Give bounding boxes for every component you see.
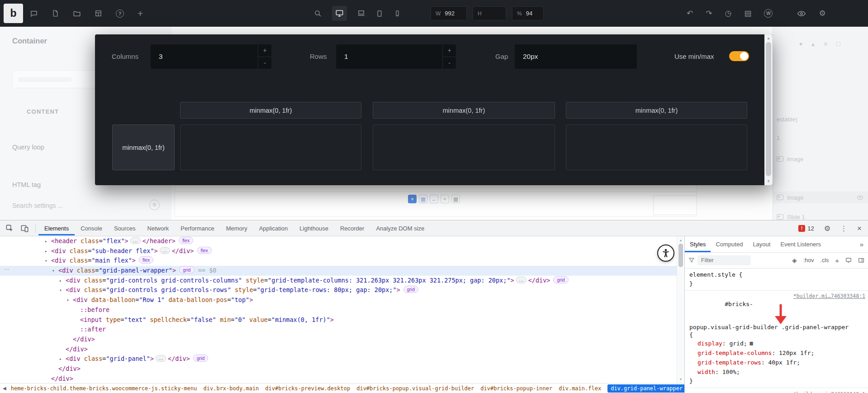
add-element-icon[interactable]: + xyxy=(441,195,449,203)
add-icon[interactable]: + xyxy=(138,9,143,18)
dom-tree-node[interactable]: ▾<div class="grid-controls grid-controls… xyxy=(0,285,677,295)
breadcrumb-item[interactable]: div#bricks-popup.visual-grid-builder xyxy=(356,385,474,392)
styles-filter-input[interactable] xyxy=(697,255,751,265)
rows-input[interactable] xyxy=(336,44,456,69)
tab-event-listeners[interactable]: Event Listeners xyxy=(775,236,826,252)
tab-layout[interactable]: Layout xyxy=(748,236,775,252)
flex-badge[interactable]: flex xyxy=(197,247,212,254)
css-property[interactable]: display: grid;▦ xyxy=(685,339,868,348)
laptop-icon[interactable] xyxy=(357,9,365,18)
grid-icon[interactable]: ▦ xyxy=(419,195,427,203)
structure-item[interactable]: estable) xyxy=(773,113,868,125)
tab-application[interactable]: Application xyxy=(253,221,294,235)
breadcrumb-item[interactable]: heme-bricks-child.theme-bricks.woocommer… xyxy=(11,385,197,392)
gap-input[interactable] xyxy=(515,44,637,69)
tab-lighthouse[interactable]: Lighthouse xyxy=(294,221,334,235)
css-selector[interactable]: popup.visual-grid-builder .grid-panel-wr… xyxy=(685,323,868,331)
dom-tree-node[interactable]: </div> xyxy=(0,345,677,355)
breadcrumb-item[interactable]: div#bricks-preview.desktop xyxy=(265,385,350,392)
dom-tree-node[interactable]: ::before xyxy=(0,305,677,315)
tab-computed[interactable]: Computed xyxy=(711,236,748,252)
grid-badge[interactable]: grid xyxy=(193,355,209,362)
query-loop-control[interactable]: Query loop xyxy=(12,144,44,151)
settings-icon[interactable]: ⚙ xyxy=(149,200,160,210)
issues-counter[interactable]: ! 12 xyxy=(798,225,814,232)
expand-ellipsis-button[interactable]: … xyxy=(156,355,166,362)
breadcrumb-item[interactable]: div.brx-body.main xyxy=(204,385,259,392)
wordpress-icon[interactable]: W xyxy=(764,9,773,18)
columns-increment-button[interactable]: + xyxy=(258,44,271,57)
structure-item[interactable]: 1 xyxy=(773,132,868,144)
column-size-input[interactable]: minmax(0, 1fr) xyxy=(373,102,555,119)
dom-tree-node[interactable]: </div> xyxy=(0,335,677,345)
tab-memory[interactable]: Memory xyxy=(220,221,253,235)
chat-icon[interactable] xyxy=(30,10,38,18)
column-size-input[interactable]: minmax(0, 1fr) xyxy=(566,102,747,119)
popup-scrollbar[interactable]: ▲ ▼ xyxy=(764,34,773,185)
dom-tree-node[interactable]: ::after xyxy=(0,325,677,335)
grid-badge[interactable]: grid xyxy=(403,286,419,293)
search-settings-input[interactable]: Search settings ... xyxy=(12,202,63,209)
elements-scrollbar[interactable]: ▲ ▼ xyxy=(677,236,684,383)
css-property[interactable]: width: 100%; xyxy=(685,367,868,377)
dom-tree-node[interactable]: <input type="text" spellcheck="false" mi… xyxy=(0,315,677,325)
grid-adorner-icon[interactable]: ▦ xyxy=(750,340,753,346)
dom-tree-node[interactable]: </div> xyxy=(0,374,677,383)
layers-icon[interactable]: ▤ xyxy=(744,10,751,17)
scroll-down-icon[interactable]: ▼ xyxy=(677,378,684,381)
dom-tree-node[interactable]: </div> xyxy=(0,364,677,374)
columns-input[interactable] xyxy=(151,44,271,69)
structure-item[interactable]: Image xyxy=(773,192,868,203)
sidebar-toggle-icon[interactable] xyxy=(858,257,864,264)
grid-cell[interactable] xyxy=(180,125,361,170)
folder-icon[interactable] xyxy=(73,10,81,18)
html-tag-control[interactable]: HTML tag xyxy=(12,181,41,188)
column-size-input[interactable]: minmax(0, 1fr) xyxy=(180,102,361,119)
height-input[interactable]: H xyxy=(473,6,506,20)
dom-tree-node[interactable]: ▾<div data-balloon="Row 1" data-balloon-… xyxy=(0,295,677,305)
tab-analyze-dom-size[interactable]: Analyze DOM size xyxy=(370,221,430,235)
use-minmax-toggle[interactable] xyxy=(729,51,749,61)
desktop-icon[interactable] xyxy=(332,6,347,21)
rows-increment-button[interactable]: + xyxy=(443,44,456,57)
grid-badge[interactable]: grid xyxy=(179,266,194,273)
expand-ellipsis-button[interactable]: … xyxy=(516,277,526,283)
preview-eye-icon[interactable] xyxy=(797,9,806,18)
stylesheet-link[interactable]: *builder.mi…746303348:1 xyxy=(793,292,865,300)
css-selector[interactable]: .brx-body.main * { *builder.mi…746303348… xyxy=(685,390,868,393)
gutter-dots-icon[interactable]: … xyxy=(4,264,10,271)
css-property[interactable]: grid-template-columns: 120px 1fr; xyxy=(685,348,868,358)
columns-decrement-button[interactable]: - xyxy=(258,57,271,69)
stylesheet-link[interactable]: *builder.mi…746303348:1 xyxy=(793,390,865,393)
grid-cell[interactable] xyxy=(373,125,555,170)
dom-tree-node[interactable]: ▸<div class="sub-header flex">…</div>fle… xyxy=(0,246,677,256)
scroll-up-icon[interactable]: ▲ xyxy=(764,36,773,40)
dom-tree-node[interactable]: ▸<div class="grid-panel">…</div>grid xyxy=(0,354,677,364)
structure-item[interactable]: Image xyxy=(773,153,868,165)
hov-button[interactable]: :hov xyxy=(803,257,814,264)
scrollbar-thumb[interactable] xyxy=(678,244,683,267)
breadcrumb-item[interactable]: div.grid-panel-wrapper xyxy=(607,384,684,393)
scroll-down-icon[interactable]: ▼ xyxy=(764,179,773,183)
tab-overflow-icon[interactable]: » xyxy=(860,240,863,248)
search-icon[interactable] xyxy=(314,10,322,18)
zoom-input[interactable]: % 94 xyxy=(512,6,544,20)
add-element-icon[interactable]: + xyxy=(408,195,417,203)
redo-icon[interactable]: ↷ xyxy=(706,10,712,17)
add-rule-button[interactable]: + xyxy=(835,257,839,264)
tab-recorder[interactable]: Recorder xyxy=(334,221,370,235)
cls-button[interactable]: .cls xyxy=(820,257,829,264)
grid-badge[interactable]: grid xyxy=(553,276,569,283)
breadcrumb-item[interactable]: div#bricks-popup-inner xyxy=(480,385,552,392)
devtools-settings-icon[interactable]: ⚙ xyxy=(824,225,830,232)
help-icon[interactable]: ? xyxy=(116,10,124,18)
kebab-menu-icon[interactable]: ⋮ xyxy=(840,225,847,232)
tab-styles[interactable]: Styles xyxy=(685,236,711,252)
history-icon[interactable]: ◷ xyxy=(725,10,732,17)
move-icon[interactable]: ↔ xyxy=(430,195,438,203)
expand-ellipsis-button[interactable]: … xyxy=(160,247,170,254)
bricks-logo[interactable]: b xyxy=(4,4,23,23)
dom-tree-node[interactable]: ▾<div class="main flex">flex xyxy=(0,256,677,266)
tab-console[interactable]: Console xyxy=(75,221,108,235)
grid-cell[interactable] xyxy=(566,125,747,170)
